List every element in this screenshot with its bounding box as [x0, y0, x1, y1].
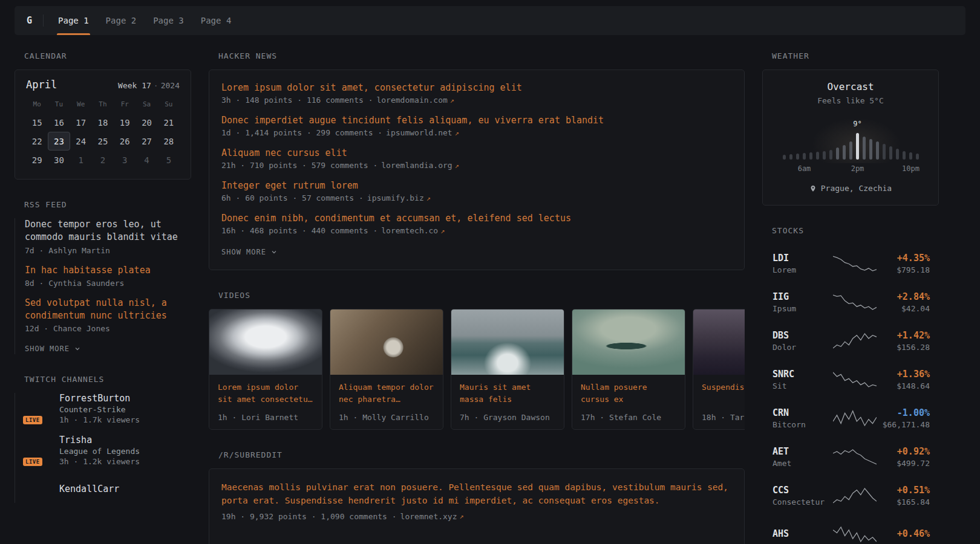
- stock-row[interactable]: LDILorem +4.35%$795.18: [762, 244, 939, 283]
- video-title-link[interactable]: Nullam posuere cursus ex: [572, 375, 685, 406]
- dot-separator: ·: [154, 81, 158, 90]
- weather-bar: [909, 152, 912, 160]
- hn-item-title-link[interactable]: Aliquam nec cursus elit: [221, 147, 732, 158]
- stock-row[interactable]: CRNBitcorn -1.00%$66,171.48: [762, 399, 939, 438]
- hn-item-meta: 3h · 148 points · 116 comments · loremdo…: [221, 96, 732, 105]
- calendar-week-meta: Week 17·2024: [118, 81, 180, 90]
- stock-price: $156.28: [877, 343, 930, 352]
- video-card[interactable]: Mauris sit amet massa felis 7h · Grayson…: [451, 309, 564, 430]
- stock-row[interactable]: SNRCSit +1.36%$148.64: [762, 360, 939, 399]
- stock-change: +0.92%: [897, 446, 930, 457]
- video-meta: 7h · Grayson Dawson: [451, 413, 564, 429]
- video-thumbnail[interactable]: [209, 309, 322, 375]
- video-card[interactable]: Suspendisse diam 18h · Tara: [693, 309, 745, 430]
- tab-page-4[interactable]: Page 4: [192, 6, 240, 35]
- calendar-dow-row: MoTuWeThFrSaSu: [26, 100, 180, 108]
- weather-time-label: 10pm: [902, 164, 920, 173]
- calendar-dow-label: Sa: [136, 100, 157, 108]
- hn-item-title-link[interactable]: Donec enim nibh, condimentum et accumsan…: [221, 213, 732, 224]
- subreddit-post-domain-link[interactable]: loremnet.xyz↗: [400, 512, 464, 521]
- hn-item-stats: 1d · 1,414 points · 299 comments ·: [221, 128, 382, 137]
- stock-name: Consectetur: [773, 497, 833, 507]
- stock-sparkline: [833, 332, 877, 350]
- video-card[interactable]: Aliquam tempor dolor nec pharetra… 1h · …: [330, 309, 443, 430]
- hn-item-title-link[interactable]: Donec imperdiet augue tincidunt felis al…: [221, 115, 732, 126]
- video-thumbnail[interactable]: [693, 309, 745, 375]
- subreddit-post-title-link[interactable]: Maecenas mollis pulvinar erat non posuer…: [221, 481, 732, 508]
- hn-item-domain-link[interactable]: loremlandia.org↗: [381, 161, 459, 170]
- video-title-link[interactable]: Mauris sit amet massa felis: [451, 375, 564, 406]
- stock-sparkline: [833, 525, 877, 543]
- video-thumbnail[interactable]: [572, 309, 685, 375]
- hn-item-domain-link[interactable]: ipsumworld.net↗: [386, 128, 459, 137]
- weather-bar: [916, 154, 919, 160]
- hn-item-domain-link[interactable]: loremtech.co↗: [381, 226, 445, 235]
- external-link-icon: ↗: [426, 194, 431, 202]
- channel-game: Counter-Strike: [59, 405, 140, 414]
- calendar-month: April: [26, 79, 57, 91]
- stock-row[interactable]: AETAmet +0.92%$499.72: [762, 438, 939, 476]
- hn-item-title-link[interactable]: Integer eget rutrum lorem: [221, 180, 732, 191]
- stock-row[interactable]: AHS +0.46%: [762, 515, 939, 544]
- external-link-icon: ↗: [455, 129, 459, 137]
- calendar-dow-label: Su: [158, 100, 180, 108]
- rss-item-title-link[interactable]: In hac habitasse platea: [25, 264, 191, 277]
- twitch-channel[interactable]: LIVE ForrestBurton Counter-Strike 1h · 1…: [25, 393, 191, 424]
- stock-change: +1.36%: [897, 369, 930, 380]
- weather-time-label: 6am: [798, 164, 811, 173]
- twitch-section-title: TWITCH CHANNELS: [15, 375, 191, 384]
- tab-page-1[interactable]: Page 1: [50, 6, 97, 35]
- app-logo[interactable]: G: [27, 15, 43, 26]
- channel-info: KendallCarr: [59, 484, 119, 496]
- video-card[interactable]: Lorem ipsum dolor sit amet consectetu… 1…: [209, 309, 322, 430]
- video-title-link[interactable]: Suspendisse diam: [693, 375, 745, 393]
- stock-name: Bitcorn: [773, 420, 833, 429]
- stock-change: +1.42%: [897, 330, 930, 341]
- rss-show-more-button[interactable]: SHOW MORE: [25, 343, 81, 354]
- stock-row[interactable]: IIGIpsum +2.84%$42.04: [762, 283, 939, 322]
- video-title-link[interactable]: Lorem ipsum dolor sit amet consectetu…: [209, 375, 322, 406]
- stock-sparkline: [833, 409, 877, 427]
- hn-item-domain-link[interactable]: ipsumify.biz↗: [367, 193, 431, 202]
- stock-row[interactable]: CCSConsectetur +0.51%$165.84: [762, 476, 939, 515]
- video-card[interactable]: Nullam posuere cursus ex 17h · Stefan Co…: [572, 309, 685, 430]
- stock-row[interactable]: DBSDolor +1.42%$156.28: [762, 322, 939, 360]
- hn-item-meta: 1d · 1,414 points · 299 comments · ipsum…: [221, 128, 732, 137]
- video-thumbnail[interactable]: [451, 309, 564, 375]
- video-thumbnail[interactable]: [330, 309, 443, 375]
- stock-ticker: LDI: [773, 253, 789, 264]
- rss-widget: RSS FEED Donec tempor eros leo, ut commo…: [15, 200, 191, 354]
- weather-bar: [823, 151, 826, 160]
- channel-game: League of Legends: [59, 447, 140, 456]
- video-meta: 17h · Stefan Cole: [572, 413, 685, 429]
- stock-name: Amet: [773, 459, 833, 468]
- stock-sparkline: [833, 254, 877, 273]
- stock-change: +2.84%: [897, 291, 930, 302]
- hackernews-show-more-button[interactable]: SHOW MORE: [221, 247, 278, 257]
- rss-item-title-link[interactable]: Donec tempor eros leo, ut commodo mauris…: [25, 218, 191, 244]
- stock-price: $42.04: [877, 304, 930, 313]
- weather-bar: [869, 139, 872, 160]
- hn-item-meta: 6h · 60 points · 57 comments · ipsumify.…: [221, 193, 732, 202]
- hn-item-title-link[interactable]: Lorem ipsum dolor sit amet, consectetur …: [221, 82, 732, 93]
- stock-price: $66,171.48: [877, 420, 930, 429]
- stocks-widget: STOCKS LDILorem +4.35%$795.18 IIGIpsum +…: [762, 226, 939, 544]
- weather-section-title: WEATHER: [762, 51, 939, 60]
- twitch-channel[interactable]: KendallCarr: [25, 476, 191, 503]
- videos-widget: VIDEOS Lorem ipsum dolor sit amet consec…: [209, 291, 745, 430]
- weather-time-row: 6am2pm10pm: [774, 164, 927, 174]
- stock-list: LDILorem +4.35%$795.18 IIGIpsum +2.84%$4…: [762, 244, 939, 544]
- rss-item-title-link[interactable]: Sed volutpat nulla nisl, a condimentum n…: [25, 297, 191, 323]
- tab-page-2[interactable]: Page 2: [97, 6, 145, 35]
- stock-ticker: AET: [773, 446, 789, 457]
- video-title-link[interactable]: Aliquam tempor dolor nec pharetra…: [330, 375, 443, 406]
- stock-change: +0.46%: [897, 528, 930, 539]
- hn-item-stats: 21h · 710 points · 579 comments ·: [221, 161, 377, 170]
- twitch-channel[interactable]: LIVE Trisha League of Legends 3h · 1.2k …: [25, 435, 191, 466]
- hn-item-domain-link[interactable]: loremdomain.com↗: [376, 96, 454, 105]
- stock-change: +0.51%: [897, 485, 930, 496]
- channel-info: Trisha League of Legends 3h · 1.2k viewe…: [59, 435, 140, 466]
- weather-bar: [789, 154, 792, 160]
- hackernews-card: Lorem ipsum dolor sit amet, consectetur …: [209, 70, 745, 270]
- tab-page-3[interactable]: Page 3: [145, 6, 192, 35]
